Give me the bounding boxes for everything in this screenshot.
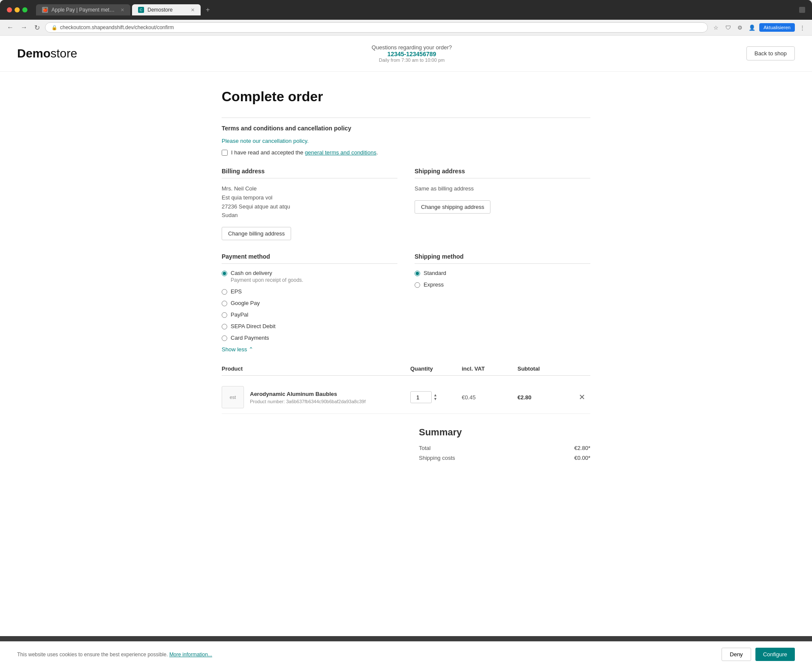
menu-icon[interactable]: ⋮ (797, 23, 807, 32)
radio-card-label: Card Payments (231, 335, 269, 341)
product-number: Product number: 3a6b637fb6344c90b6baf2da… (250, 399, 366, 404)
extensions-icon[interactable]: ⚙ (735, 23, 745, 32)
radio-googlepay-input[interactable] (222, 301, 227, 306)
shipping-address-title: Shipping address (415, 168, 590, 178)
toolbar-icons: ☆ 🛡 ⚙ 👤 Aktualisieren ⋮ (711, 23, 807, 32)
cancellation-link[interactable]: Please note our cancellation policy. (222, 138, 590, 144)
billing-line-3: 27236 Sequi atque aut atqu (222, 202, 397, 211)
header-remove (573, 365, 590, 372)
radio-eps-input[interactable] (222, 289, 227, 295)
product-table: Product Quantity incl. VAT Subtotal est … (222, 365, 590, 414)
show-less-button[interactable]: Show less ⌃ (222, 346, 253, 353)
main-content: Complete order Terms and conditions and … (213, 72, 599, 499)
deny-button[interactable]: Deny (722, 648, 751, 661)
terms-text: I have read and accepted the general ter… (231, 149, 378, 156)
show-less-chevron-icon: ⌃ (249, 346, 253, 353)
tab-title-2: Demostore (147, 7, 187, 13)
address-columns: Billing address Mrs. Neil Cole Est quia … (222, 168, 590, 240)
subtotal-value: €2.80 (517, 394, 573, 401)
shipping-option-express: Express (415, 281, 590, 288)
terms-suffix: . (376, 149, 378, 156)
summary-row-total: Total €2.80* (419, 445, 590, 451)
tab-demostore[interactable]: C Demostore ✕ (132, 4, 201, 15)
minimize-dot[interactable] (15, 7, 20, 12)
tab-close-1[interactable]: ✕ (120, 7, 124, 13)
cookie-bar: This website uses cookies to ensure the … (0, 641, 812, 667)
terms-section: Terms and conditions and cancellation po… (222, 118, 590, 156)
back-to-shop-button[interactable]: Back to shop (746, 46, 795, 60)
radio-paypal-input[interactable] (222, 312, 227, 318)
shipping-address-same: Same as billing address (415, 184, 590, 193)
tab-apple-pay[interactable]: 🍎 Apple Pay | Payment methods ✕ (36, 4, 130, 15)
vat-value: €0.45 (462, 394, 517, 401)
tab-favicon-2: C (138, 7, 144, 13)
product-number-label: Product number: (250, 399, 285, 404)
contact-phone[interactable]: 12345-123456789 (372, 51, 452, 57)
lock-icon: 🔒 (51, 25, 57, 30)
profile-icon[interactable]: 👤 (747, 23, 757, 32)
qty-spinners: ▲ ▼ (433, 393, 438, 401)
radio-cash: Cash on delivery Payment upon receipt of… (222, 270, 397, 283)
change-billing-address-button[interactable]: Change billing address (222, 227, 291, 240)
billing-address-text: Mrs. Neil Cole Est quia tempora vol 2723… (222, 184, 397, 220)
payment-option-sepa: SEPA Direct Debit (222, 323, 397, 329)
table-row: est Aerodynamic Aluminum Baubles Product… (222, 381, 590, 414)
browser-extension-icon (799, 7, 805, 13)
cookie-more-link[interactable]: More information... (169, 652, 212, 658)
radio-cash-label: Cash on delivery (231, 270, 303, 276)
qty-down-button[interactable]: ▼ (433, 397, 438, 401)
summary-section: Summary Total €2.80* Shipping costs €0.0… (419, 427, 590, 461)
terms-prefix: I have read and accepted the (231, 149, 305, 156)
back-button[interactable]: ← (5, 23, 15, 32)
shield-icon[interactable]: 🛡 (723, 23, 733, 32)
method-columns: Payment method Cash on delivery Payment … (222, 253, 590, 353)
header-quantity: Quantity (410, 365, 462, 372)
shipping-method-title: Shipping method (415, 253, 590, 264)
radio-cash-sublabel: Payment upon receipt of goods. (231, 277, 303, 283)
radio-express-input[interactable] (415, 282, 420, 288)
product-details: Aerodynamic Aluminum Baubles Product num… (250, 391, 366, 404)
radio-express-label: Express (424, 281, 444, 288)
payment-option-eps: EPS (222, 288, 397, 295)
change-shipping-address-button[interactable]: Change shipping address (415, 200, 490, 214)
forward-button[interactable]: → (19, 23, 29, 32)
radio-card-input[interactable] (222, 335, 227, 341)
radio-sepa-label: SEPA Direct Debit (231, 323, 276, 329)
header-incl-vat: incl. VAT (462, 365, 517, 372)
quantity-input[interactable] (410, 391, 432, 403)
radio-standard-input[interactable] (415, 271, 420, 276)
summary-shipping-value: €0.00* (574, 455, 590, 461)
radio-sepa-input[interactable] (222, 324, 227, 329)
summary-total-label: Total (419, 445, 430, 451)
maximize-dot[interactable] (22, 7, 27, 12)
product-thumbnail: est (222, 386, 244, 408)
summary-title: Summary (419, 427, 590, 438)
payment-method-title: Payment method (222, 253, 397, 264)
address-bar[interactable]: 🔒 checkoutcom.shapeandshift.dev/checkout… (45, 22, 708, 33)
contact-hours: Daily from 7:30 am to 10:00 pm (372, 57, 452, 63)
billing-line-2: Est quia tempora vol (222, 193, 397, 202)
terms-link[interactable]: general terms and conditions (305, 149, 376, 156)
billing-address-title: Billing address (222, 168, 397, 178)
cookie-bar-text: This website uses cookies to ensure the … (17, 652, 212, 658)
star-icon[interactable]: ☆ (711, 23, 721, 32)
tab-close-2[interactable]: ✕ (191, 7, 195, 13)
radio-cash-input[interactable] (222, 271, 227, 276)
remove-product-button[interactable]: ✕ (573, 392, 590, 402)
terms-checkbox[interactable] (222, 150, 228, 156)
new-tab-button[interactable]: + (202, 4, 213, 15)
site-logo: Demostore (17, 47, 77, 60)
terms-checkbox-row: I have read and accepted the general ter… (222, 149, 590, 156)
refresh-button[interactable]: ↻ (33, 23, 42, 33)
aktualisieren-button[interactable]: Aktualisieren (759, 23, 795, 32)
show-less-label: Show less (222, 346, 247, 353)
terms-divider (222, 118, 590, 118)
configure-button[interactable]: Configure (755, 648, 795, 661)
summary-total-value: €2.80* (574, 445, 590, 451)
close-dot[interactable] (7, 7, 12, 12)
thumbnail-text: est (230, 395, 236, 400)
logo-light: store (51, 47, 77, 60)
browser-toolbar: ← → ↻ 🔒 checkoutcom.shapeandshift.dev/ch… (0, 20, 812, 36)
cookie-text: This website uses cookies to ensure the … (17, 652, 168, 658)
billing-line-1: Mrs. Neil Cole (222, 184, 397, 193)
